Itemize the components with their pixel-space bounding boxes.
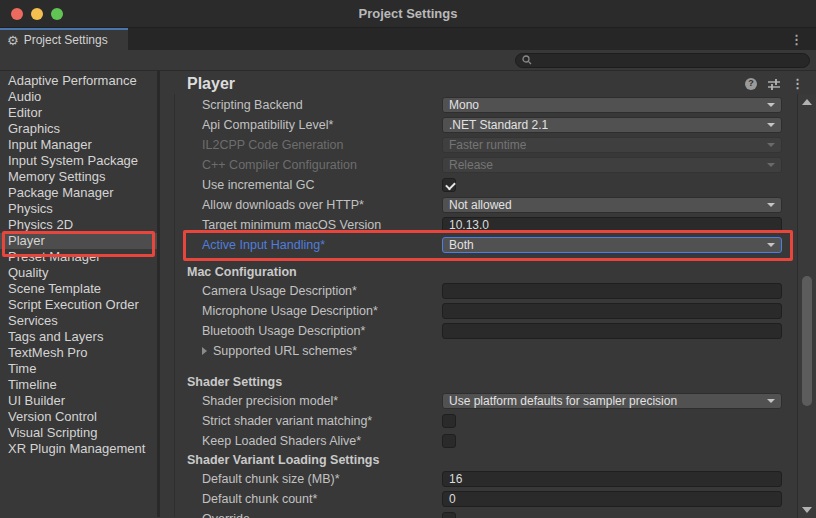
setting-row: Camera Usage Description* <box>160 281 816 301</box>
setting-row: Target minimum macOS Version10.13.0 <box>160 215 816 235</box>
chevron-down-icon <box>767 143 775 147</box>
gear-icon: ⚙ <box>7 34 19 47</box>
panel-header-icons: ? ⋮ <box>745 77 804 90</box>
text-field[interactable] <box>442 323 782 339</box>
sidebar-item-tags-and-layers[interactable]: Tags and Layers <box>0 329 157 345</box>
section-label: Shader Variant Loading Settings <box>187 453 379 467</box>
checkbox[interactable] <box>442 178 456 192</box>
search-input[interactable] <box>536 54 803 67</box>
setting-row: Active Input Handling*Both <box>160 235 816 255</box>
checkbox[interactable] <box>442 414 456 428</box>
tab-menu-kebab-icon[interactable]: ⋮ <box>790 28 803 50</box>
sidebar-item-preset-manager[interactable]: Preset Manager <box>0 249 157 265</box>
dropdown[interactable]: Not allowed <box>442 197 782 213</box>
setting-label: Bluetooth Usage Description* <box>202 324 442 338</box>
sidebar-item-time[interactable]: Time <box>0 361 157 377</box>
scrollbar-thumb[interactable] <box>802 276 812 406</box>
text-field[interactable]: 0 <box>442 491 782 507</box>
vertical-scrollbar[interactable] <box>797 94 816 518</box>
setting-row: Default chunk count*0 <box>160 489 816 509</box>
titlebar: Project Settings <box>0 0 816 28</box>
chevron-down-icon <box>767 123 775 127</box>
scroll-down-arrow-icon[interactable] <box>798 504 816 516</box>
settings-rows: Scripting BackendMonoApi Compatibility L… <box>160 95 816 518</box>
sidebar-item-services[interactable]: Services <box>0 313 157 329</box>
setting-row: Microphone Usage Description* <box>160 301 816 321</box>
dropdown[interactable]: Both <box>442 237 782 253</box>
setting-label: Target minimum macOS Version <box>202 218 442 232</box>
sidebar-item-scene-template[interactable]: Scene Template <box>0 281 157 297</box>
sidebar-item-timeline[interactable]: Timeline <box>0 377 157 393</box>
dropdown[interactable]: Mono <box>442 97 782 113</box>
sidebar-item-package-manager[interactable]: Package Manager <box>0 185 157 201</box>
sidebar-item-textmesh-pro[interactable]: TextMesh Pro <box>0 345 157 361</box>
section-header: Shader Settings <box>160 373 816 391</box>
setting-label: Strict shader variant matching* <box>202 414 442 428</box>
dropdown-value: Mono <box>449 98 479 112</box>
text-field[interactable] <box>442 303 782 319</box>
sidebar-item-player[interactable]: Player <box>0 233 157 249</box>
sidebar-item-script-execution-order[interactable]: Script Execution Order <box>0 297 157 313</box>
toolbar <box>0 50 816 70</box>
chevron-down-icon <box>767 103 775 107</box>
section-label: Shader Settings <box>187 375 282 389</box>
sidebar-item-version-control[interactable]: Version Control <box>0 409 157 425</box>
dropdown[interactable]: Use platform defaults for sampler precis… <box>442 393 782 409</box>
sidebar-item-editor[interactable]: Editor <box>0 105 157 121</box>
dropdown-value: Use platform defaults for sampler precis… <box>449 394 677 408</box>
sidebar-item-quality[interactable]: Quality <box>0 265 157 281</box>
section-label: Mac Configuration <box>187 265 297 279</box>
text-field[interactable] <box>442 283 782 299</box>
presets-icon[interactable] <box>767 78 781 90</box>
setting-row: Api Compatibility Level*.NET Standard 2.… <box>160 115 816 135</box>
chevron-down-icon <box>767 399 775 403</box>
sidebar-item-ui-builder[interactable]: UI Builder <box>0 393 157 409</box>
dropdown[interactable]: .NET Standard 2.1 <box>442 117 782 133</box>
sidebar-item-input-manager[interactable]: Input Manager <box>0 137 157 153</box>
foldout-arrow-icon[interactable] <box>202 347 207 355</box>
setting-row: Strict shader variant matching* <box>160 411 816 431</box>
setting-row: Shader precision model*Use platform defa… <box>160 391 816 411</box>
setting-row: C++ Compiler ConfigurationRelease <box>160 155 816 175</box>
dropdown-value: Release <box>449 158 493 172</box>
panel-kebab-icon[interactable]: ⋮ <box>791 77 804 90</box>
setting-row: Allow downloads over HTTP*Not allowed <box>160 195 816 215</box>
sidebar-item-physics[interactable]: Physics <box>0 201 157 217</box>
sidebar-item-memory-settings[interactable]: Memory Settings <box>0 169 157 185</box>
checkbox[interactable] <box>442 512 456 518</box>
section-header: Mac Configuration <box>160 263 816 281</box>
sidebar-item-adaptive-performance[interactable]: Adaptive Performance <box>0 73 157 89</box>
setting-label[interactable]: Supported URL schemes* <box>202 344 442 358</box>
zoom-button[interactable] <box>51 8 63 20</box>
checkbox[interactable] <box>442 434 456 448</box>
minimize-button[interactable] <box>31 8 43 20</box>
setting-label: Default chunk size (MB)* <box>202 472 442 486</box>
setting-row: Use incremental GC <box>160 175 816 195</box>
setting-label: Camera Usage Description* <box>202 284 442 298</box>
help-icon[interactable]: ? <box>745 78 757 90</box>
sidebar-item-graphics[interactable]: Graphics <box>0 121 157 137</box>
text-field[interactable]: 16 <box>442 471 782 487</box>
setting-label: Microphone Usage Description* <box>202 304 442 318</box>
sidebar-item-input-system-package[interactable]: Input System Package <box>0 153 157 169</box>
window-title: Project Settings <box>359 6 458 21</box>
panel-header: Player ? ⋮ <box>160 73 816 95</box>
dropdown-value: .NET Standard 2.1 <box>449 118 548 132</box>
sidebar-item-visual-scripting[interactable]: Visual Scripting <box>0 425 157 441</box>
setting-label: Shader precision model* <box>202 394 442 408</box>
setting-row: Bluetooth Usage Description* <box>160 321 816 341</box>
sidebar-item-xr-plugin-management[interactable]: XR Plugin Management <box>0 441 157 457</box>
scroll-up-arrow-icon[interactable] <box>798 96 816 108</box>
setting-label: Default chunk count* <box>202 492 442 506</box>
tab-bar: ⚙ Project Settings ⋮ <box>0 28 816 50</box>
setting-label: Api Compatibility Level* <box>202 118 442 132</box>
close-button[interactable] <box>11 8 23 20</box>
sidebar-item-audio[interactable]: Audio <box>0 89 157 105</box>
setting-label: Use incremental GC <box>202 178 442 192</box>
tab-label: Project Settings <box>24 33 108 47</box>
text-field[interactable]: 10.13.0 <box>442 217 782 233</box>
search-box[interactable] <box>515 53 810 68</box>
sidebar-item-physics-2d[interactable]: Physics 2D <box>0 217 157 233</box>
tab-project-settings[interactable]: ⚙ Project Settings <box>0 28 128 50</box>
window-body: Adaptive PerformanceAudioEditorGraphicsI… <box>0 70 816 517</box>
